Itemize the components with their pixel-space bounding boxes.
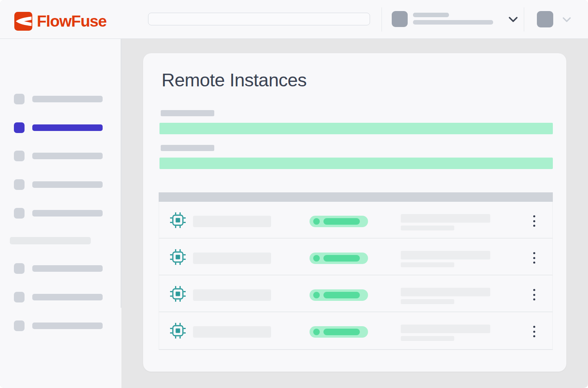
sidebar-item-icon [14,94,25,104]
app-window: FlowFuse [0,0,588,388]
status-badge [310,216,368,227]
team-subtitle-placeholder [413,20,493,25]
sidebar-nav [0,39,121,388]
status-dot [313,218,320,225]
table-header-placeholder [159,192,553,202]
user-avatar [537,11,553,27]
table-row[interactable] [159,275,552,312]
instance-name-placeholder [193,326,271,338]
status-text-placeholder [323,329,360,335]
cpu-chip-icon [170,212,186,228]
header-divider [524,7,524,32]
sidebar-item-icon [14,292,25,302]
cpu-chip-icon [170,286,186,302]
sidebar-item-3[interactable] [0,151,121,163]
sidebar-item-label-placeholder [32,153,103,159]
sidebar-item-6[interactable] [0,263,121,275]
meta-line-placeholder [401,214,490,223]
table-row[interactable] [159,239,552,275]
meta-line-placeholder [401,325,490,333]
sidebar-item-label-placeholder [32,323,103,329]
content-card: Remote Instances [143,53,566,372]
sidebar-item-label-placeholder [32,210,103,217]
sidebar-item-5[interactable] [0,208,121,220]
status-text-placeholder [323,218,360,225]
status-text-placeholder [323,292,360,298]
status-dot [313,329,320,335]
sidebar-item-8[interactable] [0,320,121,333]
meta-subline-placeholder [401,226,454,230]
status-badge [310,253,368,264]
meta-subline-placeholder [401,336,454,341]
brand-wordmark: FlowFuse [37,12,106,31]
form-field-filled[interactable] [159,123,553,134]
meta-subline-placeholder [401,262,454,267]
instance-name-placeholder [193,216,271,227]
status-badge [310,326,368,338]
team-selector[interactable] [392,11,518,28]
status-text-placeholder [323,255,360,262]
sidebar-item-icon [14,263,25,274]
sidebar-section-label-placeholder [10,237,91,244]
header-divider [382,7,382,32]
status-dot [313,255,320,262]
table-row[interactable] [159,202,552,239]
sidebar-item-label-placeholder [32,124,103,131]
flowfuse-logo-icon [14,12,32,31]
sidebar-item-icon [14,320,25,331]
field-label-placeholder [161,110,214,116]
sidebar-item-2-active[interactable] [0,122,121,135]
status-dot [313,292,320,298]
instance-name-placeholder [193,289,271,301]
page-title: Remote Instances [162,70,307,91]
meta-line-placeholder [401,251,490,259]
kebab-menu-button[interactable] [529,325,539,338]
meta-line-placeholder [401,288,490,296]
kebab-menu-button[interactable] [529,288,539,301]
instance-name-placeholder [193,253,271,264]
sidebar-item-icon [14,179,25,190]
sidebar-item-icon [14,151,25,161]
form-field-filled[interactable] [159,158,553,169]
user-menu[interactable] [537,11,574,28]
kebab-menu-button[interactable] [529,251,539,264]
kebab-menu-button[interactable] [529,214,539,228]
app-header: FlowFuse [0,0,588,39]
team-name-placeholder [413,13,449,17]
field-label-placeholder [161,145,214,151]
sidebar-item-7[interactable] [0,292,121,304]
sidebar-item-4[interactable] [0,179,121,192]
cpu-chip-icon [170,249,186,265]
search-input[interactable] [148,13,370,25]
sidebar-item-1[interactable] [0,94,121,106]
status-badge [310,289,368,301]
table-row[interactable] [159,312,552,349]
sidebar-item-label-placeholder [32,294,103,300]
chevron-down-icon [562,17,571,23]
cpu-chip-icon [170,323,186,339]
chevron-down-icon [508,16,518,23]
sidebar-item-label-placeholder [32,181,103,188]
sidebar-item-icon [14,208,25,219]
instances-table [159,192,553,350]
sidebar-item-icon [14,122,25,133]
sidebar-item-label-placeholder [32,265,103,272]
team-avatar [392,11,408,27]
sidebar-item-label-placeholder [32,96,103,102]
meta-subline-placeholder [401,299,454,304]
brand-logo[interactable]: FlowFuse [14,12,106,31]
